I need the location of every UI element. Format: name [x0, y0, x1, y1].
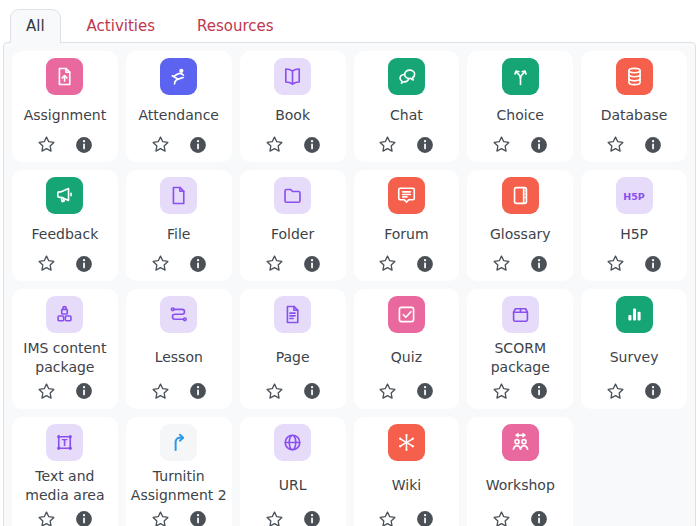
- module-label: Survey: [610, 339, 659, 377]
- chooser-panel: Assignment Attendance Book: [3, 42, 696, 526]
- module-card-wiki[interactable]: Wiki: [354, 417, 460, 526]
- url-icon: [274, 424, 311, 461]
- favourite-star-icon[interactable]: [605, 253, 626, 274]
- module-label: Assignment: [24, 101, 106, 130]
- favourite-star-icon[interactable]: [491, 253, 512, 274]
- scorm-package-icon: [502, 296, 539, 333]
- info-icon[interactable]: [643, 381, 663, 401]
- info-icon[interactable]: [529, 254, 549, 274]
- info-icon[interactable]: [529, 381, 549, 401]
- info-icon[interactable]: [415, 381, 435, 401]
- module-card-quiz[interactable]: Quiz: [354, 289, 460, 409]
- module-label: Page: [276, 339, 310, 377]
- module-card-ims-content-package[interactable]: IMS content package: [12, 289, 118, 409]
- card-actions: [150, 509, 208, 526]
- favourite-star-icon[interactable]: [491, 134, 512, 155]
- module-card-text-and-media-area[interactable]: T Text and media area: [12, 417, 118, 526]
- favourite-star-icon[interactable]: [377, 381, 398, 402]
- tab-activities[interactable]: Activities: [71, 9, 171, 43]
- info-icon[interactable]: [74, 381, 94, 401]
- card-actions: [264, 509, 322, 526]
- module-card-scorm-package[interactable]: SCORM package: [467, 289, 573, 409]
- info-icon[interactable]: [302, 135, 322, 155]
- favourite-star-icon[interactable]: [264, 134, 285, 155]
- favourite-star-icon[interactable]: [377, 253, 398, 274]
- module-card-turnitin-assignment-2[interactable]: Turnitin Assignment 2: [126, 417, 232, 526]
- favourite-star-icon[interactable]: [150, 134, 171, 155]
- info-icon[interactable]: [302, 509, 322, 526]
- favourite-star-icon[interactable]: [377, 509, 398, 526]
- forum-icon: [388, 177, 425, 214]
- card-actions: [491, 509, 549, 526]
- info-icon[interactable]: [415, 135, 435, 155]
- favourite-star-icon[interactable]: [377, 134, 398, 155]
- module-card-file[interactable]: File: [126, 170, 232, 281]
- module-card-folder[interactable]: Folder: [240, 170, 346, 281]
- info-icon[interactable]: [188, 381, 208, 401]
- module-card-choice[interactable]: Choice: [467, 51, 573, 162]
- module-label: Glossary: [490, 220, 551, 249]
- info-icon[interactable]: [643, 254, 663, 274]
- favourite-star-icon[interactable]: [36, 134, 57, 155]
- module-label: Workshop: [486, 467, 555, 505]
- favourite-star-icon[interactable]: [264, 509, 285, 526]
- module-card-forum[interactable]: Forum: [354, 170, 460, 281]
- svg-text:H5P: H5P: [623, 190, 645, 201]
- favourite-star-icon[interactable]: [491, 509, 512, 526]
- favourite-star-icon[interactable]: [605, 134, 626, 155]
- favourite-star-icon[interactable]: [36, 381, 57, 402]
- module-card-feedback[interactable]: Feedback: [12, 170, 118, 281]
- favourite-star-icon[interactable]: [150, 509, 171, 526]
- favourite-star-icon[interactable]: [36, 509, 57, 526]
- favourite-star-icon[interactable]: [491, 381, 512, 402]
- module-card-assignment[interactable]: Assignment: [12, 51, 118, 162]
- favourite-star-icon[interactable]: [36, 253, 57, 274]
- module-card-attendance[interactable]: Attendance: [126, 51, 232, 162]
- module-label: Lesson: [155, 339, 203, 377]
- module-card-url[interactable]: URL: [240, 417, 346, 526]
- info-icon[interactable]: [643, 135, 663, 155]
- info-icon[interactable]: [188, 254, 208, 274]
- module-label: Database: [601, 101, 668, 130]
- choice-icon: [502, 58, 539, 95]
- module-card-h5p[interactable]: H5P H5P: [581, 170, 687, 281]
- card-actions: [377, 253, 435, 274]
- info-icon[interactable]: [74, 509, 94, 526]
- wiki-icon: [388, 424, 425, 461]
- info-icon[interactable]: [529, 135, 549, 155]
- module-label: Feedback: [32, 220, 99, 249]
- card-actions: [36, 253, 94, 274]
- folder-icon: [274, 177, 311, 214]
- quiz-icon: [388, 296, 425, 333]
- card-actions: [36, 134, 94, 155]
- module-card-book[interactable]: Book: [240, 51, 346, 162]
- info-icon[interactable]: [74, 254, 94, 274]
- feedback-icon: [46, 177, 83, 214]
- card-actions: [605, 134, 663, 155]
- module-card-workshop[interactable]: Workshop: [467, 417, 573, 526]
- info-icon[interactable]: [188, 509, 208, 526]
- favourite-star-icon[interactable]: [264, 381, 285, 402]
- info-icon[interactable]: [529, 509, 549, 526]
- favourite-star-icon[interactable]: [605, 381, 626, 402]
- tab-resources[interactable]: Resources: [181, 9, 290, 43]
- module-card-glossary[interactable]: Glossary: [467, 170, 573, 281]
- favourite-star-icon[interactable]: [150, 381, 171, 402]
- card-actions: [150, 134, 208, 155]
- favourite-star-icon[interactable]: [150, 253, 171, 274]
- favourite-star-icon[interactable]: [264, 253, 285, 274]
- database-icon: [616, 58, 653, 95]
- info-icon[interactable]: [74, 135, 94, 155]
- glossary-icon: [502, 177, 539, 214]
- module-card-page[interactable]: Page: [240, 289, 346, 409]
- info-icon[interactable]: [415, 254, 435, 274]
- module-card-lesson[interactable]: Lesson: [126, 289, 232, 409]
- tab-all[interactable]: All: [10, 9, 61, 43]
- module-card-survey[interactable]: Survey: [581, 289, 687, 409]
- info-icon[interactable]: [302, 254, 322, 274]
- module-card-chat[interactable]: Chat: [354, 51, 460, 162]
- info-icon[interactable]: [302, 381, 322, 401]
- info-icon[interactable]: [188, 135, 208, 155]
- info-icon[interactable]: [415, 509, 435, 526]
- module-card-database[interactable]: Database: [581, 51, 687, 162]
